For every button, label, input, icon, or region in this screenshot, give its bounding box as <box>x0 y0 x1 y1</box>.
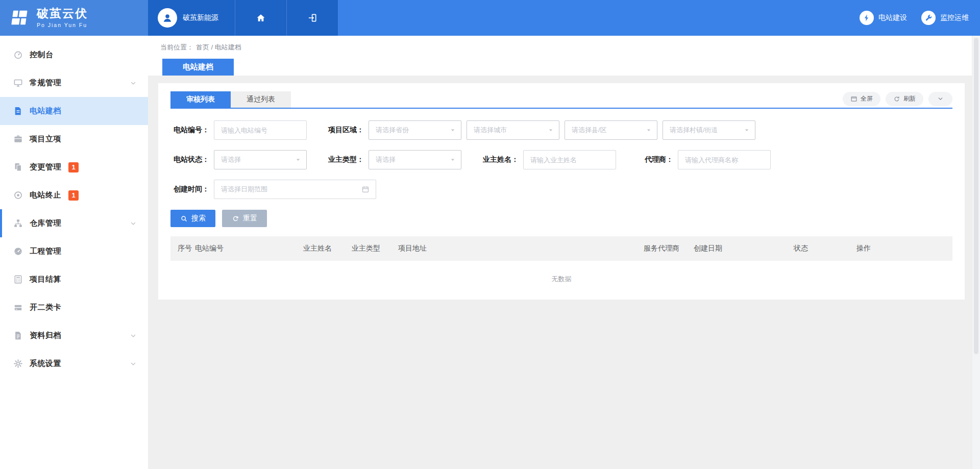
breadcrumb-path[interactable]: 首页 / 电站建档 <box>196 43 241 52</box>
table-header-cell: 创建日期 <box>694 244 794 253</box>
select-placeholder: 请选择县/区 <box>572 126 607 135</box>
breadcrumb-label: 当前位置： <box>160 43 193 52</box>
refresh-icon <box>893 95 900 103</box>
region-label: 项目区域： <box>325 126 369 135</box>
target-icon <box>13 190 23 200</box>
table-header-cell: 状态 <box>794 244 856 253</box>
sign-in-icon <box>307 13 317 23</box>
sidebar-item-type2-card[interactable]: 开二类卡 <box>0 293 148 322</box>
agent-input[interactable] <box>678 150 771 169</box>
sidebar-item-general-mgmt[interactable]: 常规管理 <box>0 69 148 97</box>
page-tab-strip: 电站建档 <box>148 59 980 76</box>
sidebar-item-warehouse-mgmt[interactable]: 仓库管理 <box>0 209 148 237</box>
card-toolbar: 全屏 刷新 <box>838 92 952 106</box>
dashboard-icon <box>13 50 23 60</box>
archive-icon <box>13 331 23 340</box>
select-placeholder: 请选择城市 <box>474 126 507 135</box>
card-tabs-row: 审核列表通过列表 全屏 刷新 <box>170 83 952 109</box>
content-area: 审核列表通过列表 全屏 刷新 <box>148 76 980 469</box>
user-menu[interactable]: 破茧新能源 <box>148 0 235 36</box>
caret-down-icon <box>449 156 456 163</box>
search-button[interactable]: 搜索 <box>170 210 215 227</box>
collapse-filters-button[interactable] <box>928 92 952 106</box>
app-logo: 破茧云伏 Po Jian Yun Fu <box>0 0 148 36</box>
gear-icon <box>13 359 23 368</box>
card-tab-group: 审核列表通过列表 <box>170 91 291 108</box>
table-header-cell: 操作 <box>856 244 952 253</box>
owner-name-input[interactable] <box>523 150 616 169</box>
reset-button[interactable]: 重置 <box>222 210 267 227</box>
tab-passed-list[interactable]: 通过列表 <box>231 91 291 108</box>
logout-button[interactable] <box>286 0 338 36</box>
sidebar-item-project-settlement[interactable]: 项目结算 <box>0 265 148 293</box>
scrollbar-thumb[interactable] <box>974 38 978 354</box>
table-header: 序号电站编号业主姓名业主类型项目地址服务代理商创建日期状态操作 <box>170 236 952 261</box>
region-town-select[interactable]: 请选择村镇/街道 <box>663 120 755 140</box>
calculator-icon <box>13 275 23 284</box>
fullscreen-icon <box>850 95 857 103</box>
sidebar-item-label: 开二类卡 <box>30 303 61 312</box>
refresh-button[interactable]: 刷新 <box>886 92 923 106</box>
sidebar-item-station-termination[interactable]: 电站终止1 <box>0 181 148 209</box>
station-status-select[interactable]: 请选择 <box>214 150 307 169</box>
notification-badge: 1 <box>68 190 79 201</box>
sidebar-item-label: 项目立项 <box>30 134 61 144</box>
nav-monitoring-ops[interactable]: 监控运维 <box>921 11 969 25</box>
company-name: 破茧新能源 <box>183 13 218 22</box>
home-icon <box>256 13 266 23</box>
sidebar-item-data-archive[interactable]: 资料归档 <box>0 322 148 350</box>
filter-row-2: 电站状态： 请选择 业主类型： 请选择 <box>170 150 952 169</box>
date-range-picker[interactable]: 请选择日期范围 <box>214 180 376 199</box>
sidebar-item-engineering-mgmt[interactable]: 工程管理 <box>0 237 148 265</box>
lightning-icon <box>863 14 871 22</box>
avatar[interactable] <box>158 8 177 28</box>
sitemap-icon <box>13 218 23 228</box>
sidebar-item-console[interactable]: 控制台 <box>0 41 148 69</box>
sidebar-item-label: 系统设置 <box>30 359 61 368</box>
chevron-down-icon <box>130 220 137 227</box>
nav-monitoring-ops-label: 监控运维 <box>940 13 969 22</box>
table-header-cell: 项目地址 <box>398 244 644 253</box>
breadcrumb: 当前位置： 首页 / 电站建档 <box>148 36 980 59</box>
sidebar-item-station-archive[interactable]: 电站建档 <box>0 97 148 125</box>
select-placeholder: 请选择村镇/街道 <box>670 126 718 135</box>
create-time-group: 创建时间： 请选择日期范围 <box>170 180 376 199</box>
sidebar-item-label: 项目结算 <box>30 275 61 284</box>
home-button[interactable] <box>235 0 286 36</box>
sidebar-item-change-mgmt[interactable]: 变更管理1 <box>0 153 148 181</box>
chevron-down-icon <box>130 360 137 367</box>
notification-badge: 1 <box>68 162 79 172</box>
nav-station-construction[interactable]: 电站建设 <box>860 11 907 25</box>
monitor-icon <box>13 78 23 88</box>
filter-form: 电站编号： 项目区域： 请选择省份请选择城市请选择县/区请选择村镇/街道 电站状… <box>170 120 952 199</box>
table-header-cell: 电站编号 <box>195 244 303 253</box>
page-tab-station-archive[interactable]: 电站建档 <box>162 59 234 76</box>
sidebar-item-label: 变更管理 <box>30 162 61 172</box>
scrollbar-track[interactable] <box>972 36 980 469</box>
sidebar-item-system-settings[interactable]: 系统设置 <box>0 350 148 378</box>
user-icon <box>162 12 173 23</box>
fullscreen-button[interactable]: 全屏 <box>843 92 880 106</box>
region-province-select[interactable]: 请选择省份 <box>369 120 461 140</box>
header-nav: 电站建设监控运维 <box>860 0 980 36</box>
sidebar-item-label: 工程管理 <box>30 246 61 256</box>
top-header: 破茧云伏 Po Jian Yun Fu 破茧新能源 电站建设监控运维 <box>0 0 980 36</box>
owner-type-select[interactable]: 请选择 <box>369 150 461 169</box>
search-label: 搜索 <box>191 214 206 223</box>
copy-icon <box>13 162 23 172</box>
app-subtitle: Po Jian Yun Fu <box>37 22 88 28</box>
sidebar-item-label: 控制台 <box>30 50 54 60</box>
tab-review-list[interactable]: 审核列表 <box>170 91 231 108</box>
sidebar-item-project-initiation[interactable]: 项目立项 <box>0 125 148 153</box>
station-no-input[interactable] <box>214 120 307 140</box>
wrench-icon-circle <box>921 11 936 25</box>
main-area: 当前位置： 首页 / 电站建档 电站建档 审核列表通过列表 全屏 <box>148 36 980 469</box>
station-status-placeholder: 请选择 <box>221 155 241 164</box>
agent-label: 代理商： <box>634 155 678 164</box>
station-no-label: 电站编号： <box>170 126 214 135</box>
region-county-select[interactable]: 请选择县/区 <box>565 120 657 140</box>
caret-down-icon <box>547 127 554 134</box>
owner-type-group: 业主类型： 请选择 <box>325 150 461 169</box>
region-city-select[interactable]: 请选择城市 <box>467 120 559 140</box>
region-select-group: 请选择省份请选择城市请选择县/区请选择村镇/街道 <box>369 120 755 140</box>
